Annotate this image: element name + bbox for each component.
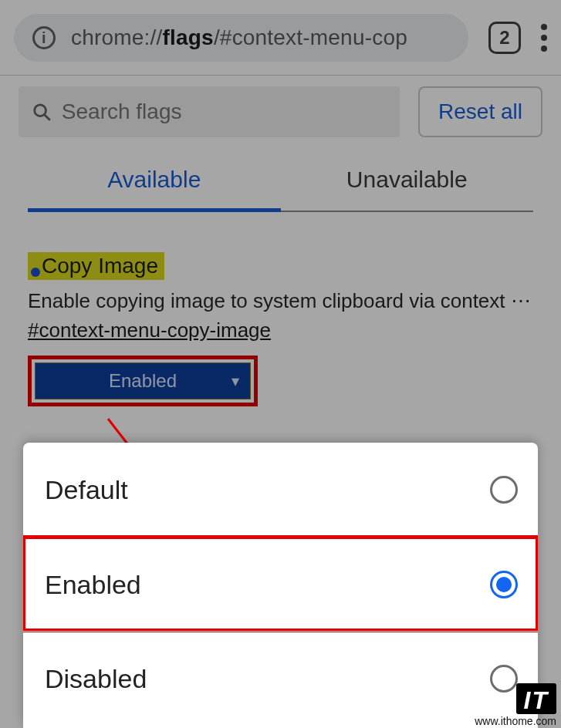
- tab-unavailable[interactable]: Unavailable: [281, 167, 534, 212]
- flag-anchor-link[interactable]: #context-menu-copy-image: [28, 315, 533, 345]
- select-options-sheet: Default Enabled Disabled: [23, 443, 538, 728]
- overflow-menu-button[interactable]: [541, 24, 547, 52]
- search-icon: [32, 102, 51, 122]
- watermark: IT www.ithome.com: [475, 683, 556, 726]
- radio-icon: [490, 476, 518, 504]
- annotation-highlight-select: Enabled: [28, 356, 258, 406]
- info-icon: i: [32, 26, 56, 49]
- option-enabled[interactable]: Enabled: [23, 537, 538, 631]
- flag-title: Copy Image: [28, 252, 164, 280]
- option-disabled[interactable]: Disabled: [23, 631, 538, 725]
- flag-state-select[interactable]: Enabled: [35, 362, 251, 399]
- option-default[interactable]: Default: [23, 443, 538, 537]
- option-label: Default: [45, 477, 128, 503]
- svg-line-1: [45, 115, 49, 120]
- radio-icon: [490, 571, 518, 598]
- search-flags-field[interactable]: [19, 86, 400, 137]
- reset-all-button[interactable]: Reset all: [418, 86, 542, 137]
- tab-switcher-button[interactable]: 2: [488, 22, 521, 54]
- flag-state-value: Enabled: [109, 372, 177, 390]
- option-label: Enabled: [45, 571, 141, 598]
- tab-available[interactable]: Available: [28, 167, 281, 212]
- option-label: Disabled: [45, 666, 147, 692]
- flag-description: Enable copying image to system clipboard…: [28, 286, 533, 315]
- search-input[interactable]: [62, 99, 386, 124]
- omnibox[interactable]: i chrome://flags/#context-menu-cop: [14, 14, 468, 62]
- url-text: chrome://flags/#context-menu-cop: [71, 25, 407, 50]
